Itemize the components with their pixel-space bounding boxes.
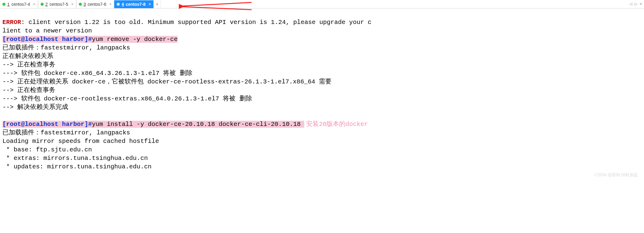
tab-label: 4 centos7-8: [122, 2, 145, 7]
svg-line-0: [182, 2, 252, 6]
shell-prompt: [root@localhost harbor]#: [2, 36, 92, 43]
tab-bar: 1 centos7-4 × 2 centos7-5 × 3 centos7-6 …: [0, 0, 644, 8]
tab-label: 3 centos7-6: [84, 2, 106, 7]
shell-prompt: [root@localhost harbor]#: [2, 121, 92, 128]
tab-centos7-4[interactable]: 1 centos7-4 ×: [0, 0, 38, 8]
shell-command: yum remove -y docker-ce: [92, 36, 178, 43]
inline-annotation: 安装20版本的docker: [306, 121, 368, 128]
tab-centos7-8[interactable]: 4 centos7-8 ×: [114, 0, 154, 8]
tab-label: 2 centos7-5: [45, 2, 68, 7]
tab-centos7-5[interactable]: 2 centos7-5 ×: [38, 0, 76, 8]
output-block: 已加载插件：fastestmirror, langpacks 正在解决依赖关系 …: [2, 44, 332, 111]
prev-tab-icon[interactable]: ◁: [629, 2, 633, 6]
status-dot-icon: [117, 3, 120, 6]
shell-command: yum install -y docker-ce-20.10.18 docker…: [92, 121, 304, 128]
status-dot-icon: [41, 3, 44, 6]
close-icon[interactable]: ×: [148, 2, 151, 6]
close-icon[interactable]: ×: [71, 2, 74, 6]
new-tab-button[interactable]: +: [154, 0, 161, 8]
status-dot-icon: [79, 3, 82, 6]
status-dot-icon: [2, 3, 5, 6]
next-tab-icon[interactable]: ▷: [634, 2, 638, 6]
tab-nav-controls: ◁ ▷ ≡: [629, 0, 643, 8]
close-icon[interactable]: ×: [109, 2, 112, 6]
error-message: : client version 1.22 is too old. Minimu…: [2, 19, 372, 34]
watermark: CSDN @苏秋26秋加盐: [595, 171, 638, 179]
tab-label: 1 centos7-4: [7, 2, 30, 7]
output-block: 已加载插件：fastestmirror, langpacks Loading m…: [2, 129, 159, 170]
error-label: ERROR: [2, 19, 21, 26]
terminal-output[interactable]: ERROR: client version 1.22 is too old. M…: [0, 8, 644, 181]
close-icon[interactable]: ×: [33, 2, 35, 6]
tab-menu-icon[interactable]: ≡: [639, 2, 643, 6]
tab-centos7-6[interactable]: 3 centos7-6 ×: [76, 0, 115, 8]
